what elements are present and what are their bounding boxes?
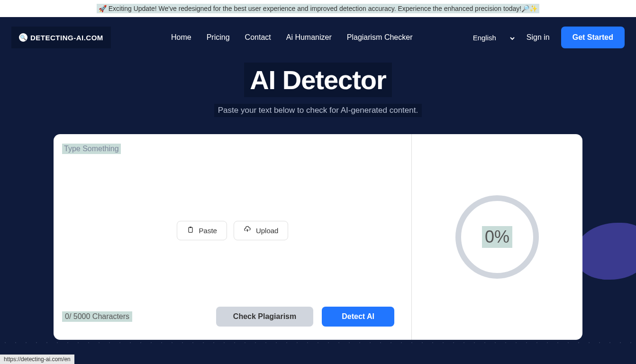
header: 🔍 DETECTING-AI.COM Home Pricing Contact … xyxy=(0,17,636,58)
nav-plagiarism[interactable]: Plagiarism Checker xyxy=(347,33,413,42)
result-panel: 0% xyxy=(412,134,582,340)
chevron-down-icon xyxy=(509,35,515,40)
status-bar-url: https://detecting-ai.com/en xyxy=(0,355,74,364)
cloud-upload-icon xyxy=(244,226,251,235)
clipboard-icon xyxy=(187,226,194,235)
nav-contact[interactable]: Contact xyxy=(245,33,271,42)
page-subtitle: Paste your text below to check for AI-ge… xyxy=(214,104,422,117)
page-title: AI Detector xyxy=(244,63,392,97)
nav-humanizer[interactable]: Ai Humanizer xyxy=(286,33,332,42)
upload-button[interactable]: Upload xyxy=(234,221,289,240)
main-nav: Home Pricing Contact Ai Humanizer Plagia… xyxy=(171,33,412,42)
primary-actions: Check Plagiarism Detect AI xyxy=(216,307,394,327)
editor-footer: 0/ 5000 Characters Check Plagiarism Dete… xyxy=(71,307,394,327)
check-plagiarism-button[interactable]: Check Plagiarism xyxy=(216,307,313,327)
nav-home[interactable]: Home xyxy=(171,33,191,42)
upload-label: Upload xyxy=(256,227,279,235)
logo-text: DETECTING-AI.COM xyxy=(30,34,103,42)
gauge-percent: 0% xyxy=(482,226,512,248)
detector-card: Type Something Paste Upload 0/ 5000 Char… xyxy=(54,134,582,340)
editor-actions: Paste Upload xyxy=(71,154,394,307)
decorative-blob xyxy=(574,223,636,280)
logo[interactable]: 🔍 DETECTING-AI.COM xyxy=(11,27,111,48)
header-right: English Sign in Get Started xyxy=(473,27,625,48)
paste-button[interactable]: Paste xyxy=(177,221,227,240)
detect-ai-button[interactable]: Detect AI xyxy=(322,307,394,327)
signin-link[interactable]: Sign in xyxy=(527,33,550,42)
svg-rect-0 xyxy=(189,227,192,232)
svg-rect-1 xyxy=(190,227,191,228)
announcement-text: 🚀 Exciting Update! We've redesigned for … xyxy=(97,4,539,13)
text-input[interactable]: Type Something xyxy=(62,144,121,154)
get-started-button[interactable]: Get Started xyxy=(561,27,625,48)
announcement-banner: 🚀 Exciting Update! We've redesigned for … xyxy=(0,0,636,17)
char-count: 0/ 5000 Characters xyxy=(62,311,132,322)
result-gauge: 0% xyxy=(455,195,539,279)
paste-label: Paste xyxy=(199,227,217,235)
editor-panel: Type Something Paste Upload 0/ 5000 Char… xyxy=(54,134,412,340)
hero: AI Detector Paste your text below to che… xyxy=(0,63,636,117)
search-icon: 🔍 xyxy=(19,33,27,42)
language-label: English xyxy=(473,34,496,42)
language-select[interactable]: English xyxy=(473,34,515,42)
nav-pricing[interactable]: Pricing xyxy=(207,33,230,42)
